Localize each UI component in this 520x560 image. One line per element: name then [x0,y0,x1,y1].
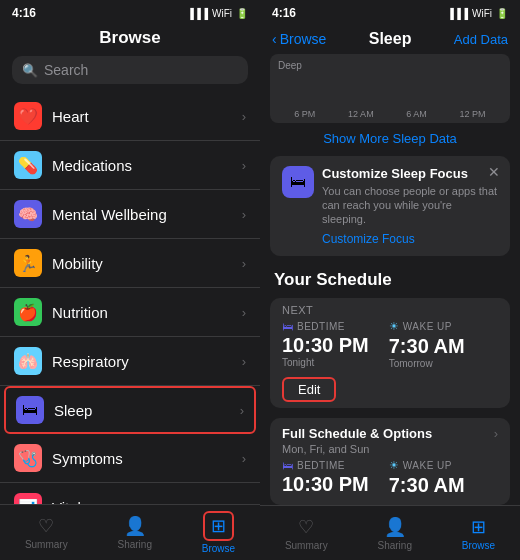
close-icon[interactable]: ✕ [488,164,500,180]
edit-btn-row: Edit [270,377,510,408]
menu-item-nutrition[interactable]: 🍎 Nutrition › [0,288,260,337]
respiratory-icon: 🫁 [14,347,42,375]
bed-icon-full: 🛏 [282,459,293,471]
signal-icon: ▐▐▐ [187,8,208,19]
full-bedtime-value: 10:30 PM [282,473,369,496]
search-bar[interactable]: 🔍 Search [12,56,248,84]
symptoms-icon: 🩺 [14,444,42,472]
bedtime-type-row: 🛏 BEDTIME [282,320,369,332]
customize-text: Customize Sleep Focus You can choose peo… [322,166,498,247]
next-label: Next [270,298,510,316]
summary-label-r: Summary [285,540,328,551]
time-right: 4:16 [272,6,296,20]
wakeup-type-row: ☀ WAKE UP [389,320,465,333]
chevron-icon: › [240,403,244,418]
wakeup-col: ☀ WAKE UP 7:30 AM Tomorrow [389,320,465,369]
browse-icon-r: ⊞ [471,516,486,538]
heart-label: Heart [52,108,242,125]
chevron-icon: › [242,305,246,320]
summary-icon-r: ♡ [298,516,314,538]
full-schedule-chevron: › [494,426,498,441]
respiratory-label: Respiratory [52,353,242,370]
customize-focus-link[interactable]: Customize Focus [322,232,498,246]
wake-icon: ☀ [389,320,399,333]
battery-icon: 🔋 [236,8,248,19]
browse-icon: ⊞ [211,516,226,536]
bed-icon: 🛏 [282,320,293,332]
back-chevron-icon: ‹ [272,31,277,47]
vitals-label: Vitals [52,499,242,505]
full-wakeup-col: ☀ WAKE UP 7:30 AM [389,459,465,497]
right-header: ‹ Browse Sleep Add Data [260,24,520,54]
tab-summary-right[interactable]: ♡ Summary [285,516,328,551]
sharing-label-r: Sharing [377,540,411,551]
status-icons-right: ▐▐▐ WiFi 🔋 [447,8,508,19]
battery-icon-r: 🔋 [496,8,508,19]
left-panel: 4:16 ▐▐▐ WiFi 🔋 Browse 🔍 Search ❤️ Heart… [0,0,260,560]
mental-icon: 🧠 [14,200,42,228]
summary-icon: ♡ [38,515,54,537]
schedule-times: 🛏 BEDTIME 10:30 PM Tonight ☀ WAKE UP 7:3… [270,316,510,377]
tab-bar-left: ♡ Summary 👤 Sharing ⊞ Browse [0,504,260,560]
full-schedule-title: Full Schedule & Options [282,426,432,441]
mobility-icon: 🏃 [14,249,42,277]
back-label: Browse [280,31,327,47]
chart-x-labels: 6 PM 12 AM 6 AM 12 PM [270,109,510,119]
full-bedtime-label: BEDTIME [297,460,345,471]
menu-item-vitals[interactable]: 📊 Vitals › [0,483,260,504]
full-wakeup-label: WAKE UP [403,460,452,471]
tab-sharing-right[interactable]: 👤 Sharing [377,516,411,551]
menu-item-heart[interactable]: ❤️ Heart › [0,92,260,141]
wakeup-sub: Tomorrow [389,358,465,369]
chevron-icon: › [242,451,246,466]
chart-label-12am: 12 AM [348,109,374,119]
vitals-icon: 📊 [14,493,42,504]
symptoms-label: Symptoms [52,450,242,467]
tab-browse-right[interactable]: ⊞ Browse [462,516,495,551]
customize-row: 🛏 Customize Sleep Focus You can choose p… [282,166,498,247]
bedtime-col: 🛏 BEDTIME 10:30 PM Tonight [282,320,369,369]
chevron-icon: › [242,500,246,505]
menu-item-sleep[interactable]: 🛏 Sleep › [4,386,256,434]
page-title: Sleep [369,30,412,48]
customize-icon: 🛏 [282,166,314,198]
tab-sharing-left[interactable]: 👤 Sharing [117,515,151,550]
summary-label: Summary [25,539,68,550]
menu-item-medications[interactable]: 💊 Medications › [0,141,260,190]
full-schedule-card[interactable]: Full Schedule & Options › Mon, Fri, and … [270,418,510,505]
wake-icon-full: ☀ [389,459,399,472]
browse-label: Browse [202,543,235,554]
nutrition-label: Nutrition [52,304,242,321]
nutrition-icon: 🍎 [14,298,42,326]
menu-item-mobility[interactable]: 🏃 Mobility › [0,239,260,288]
chart-label-6am: 6 AM [406,109,427,119]
chevron-icon: › [242,207,246,222]
status-bar-right: 4:16 ▐▐▐ WiFi 🔋 [260,0,520,24]
chart-label-12pm: 12 PM [460,109,486,119]
schedule-card: Next 🛏 BEDTIME 10:30 PM Tonight ☀ WAKE U… [270,298,510,408]
full-schedule-times: 🛏 BEDTIME 10:30 PM ☀ WAKE UP 7:30 AM [282,459,498,497]
menu-item-mental[interactable]: 🧠 Mental Wellbeing › [0,190,260,239]
bedtime-type-label: BEDTIME [297,321,345,332]
mobility-label: Mobility [52,255,242,272]
customize-card: ✕ 🛏 Customize Sleep Focus You can choose… [270,156,510,257]
add-data-button[interactable]: Add Data [454,32,508,47]
edit-button[interactable]: Edit [282,377,336,402]
full-schedule-header: Full Schedule & Options › [282,426,498,441]
heart-icon: ❤️ [14,102,42,130]
chart-deep-label: Deep [278,60,302,71]
bedtime-value: 10:30 PM [282,334,369,357]
sharing-label: Sharing [117,539,151,550]
menu-item-symptoms[interactable]: 🩺 Symptoms › [0,434,260,483]
tab-summary-left[interactable]: ♡ Summary [25,515,68,550]
tab-browse-left[interactable]: ⊞ Browse [202,511,235,554]
mental-label: Mental Wellbeing [52,206,242,223]
back-button[interactable]: ‹ Browse [272,31,326,47]
menu-item-respiratory[interactable]: 🫁 Respiratory › [0,337,260,386]
show-more-button[interactable]: Show More Sleep Data [260,123,520,150]
wakeup-type-label: WAKE UP [403,321,452,332]
chevron-icon: › [242,256,246,271]
chevron-icon: › [242,354,246,369]
search-placeholder: Search [44,62,88,78]
your-schedule-header: Your Schedule [260,262,520,294]
